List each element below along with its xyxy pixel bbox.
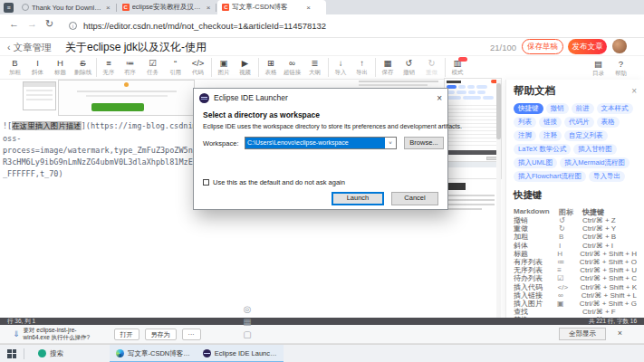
decor xyxy=(445,161,501,167)
markdown-line[interactable]: _FFFFFF,t_70) xyxy=(3,169,195,178)
markdown-line[interactable]: process=image/watermark,type_ZmFuZ3poZW5… xyxy=(3,146,195,155)
toolbar-button[interactable]: ≡ 无序 xyxy=(96,58,119,77)
toolbar-button[interactable]: </> 代码 xyxy=(187,58,209,77)
taskbar-eclipse-app[interactable]: Eclipse IDE Launc… xyxy=(197,345,284,362)
workspace-combobox[interactable]: C:\Users\Lenovo\eclipse-workspace ˅ xyxy=(245,137,397,149)
browse-button[interactable]: Browse... xyxy=(404,137,444,149)
editor-float-icon[interactable]: ▦ xyxy=(241,317,254,327)
search-icon xyxy=(38,349,46,357)
close-icon[interactable]: × xyxy=(437,93,442,103)
shortcut-icon: ↻ xyxy=(559,224,582,233)
download-icon: ⇓ xyxy=(13,329,20,338)
tab-eclipse-download[interactable]: Thank You for Downloading Ecli × xyxy=(17,0,115,14)
help-tag[interactable]: 快捷键 xyxy=(514,103,543,114)
toolbar-button[interactable]: ↺ 撤销 xyxy=(398,58,420,77)
cancel-button[interactable]: Cancel xyxy=(391,192,438,205)
avatar[interactable] xyxy=(612,39,627,53)
forward-icon[interactable]: → xyxy=(27,18,37,29)
help-tag[interactable]: 代码片 xyxy=(564,117,594,128)
toolbar-button[interactable]: ⊞ 表格 xyxy=(258,58,281,77)
help-tag[interactable]: 插入甘特图 xyxy=(573,144,617,155)
editor-float-icon[interactable]: ◎ xyxy=(241,304,254,314)
toolbar-button[interactable]: B 加粗 xyxy=(4,58,26,77)
save-as-button[interactable]: 另存为 xyxy=(145,329,177,340)
taskbar-edge-app[interactable]: 写文章-CSDN博客… xyxy=(110,345,197,362)
markdown-line[interactable]: R3cHM6Ly9ibG9nLmNzZG4ubmV0L3dlaXhpbl81Mz… xyxy=(3,157,195,167)
markdown-line[interactable]: ![在这里插入图片描述](https://img-blog.csdnimg.cn… xyxy=(3,121,195,132)
help-tag[interactable]: 表格 xyxy=(597,117,620,128)
publish-button[interactable]: 发布文章 xyxy=(568,39,607,54)
back-to-articles-link[interactable]: ‹ 文章管理 xyxy=(7,42,51,54)
launch-button[interactable]: Launch xyxy=(332,192,384,205)
tab-csdn-editor[interactable]: C 写文章-CSDN博客 × xyxy=(217,0,326,14)
close-icon[interactable]: × xyxy=(306,4,311,12)
tab-separator xyxy=(116,4,117,12)
toolbar-button[interactable]: ↓ 导入 xyxy=(328,58,351,77)
help-tag[interactable]: 列表 xyxy=(514,117,536,128)
more-options-icon[interactable]: ··· xyxy=(182,329,201,340)
shortcut-keys: Ctrl/⌘ + Shift + U xyxy=(580,266,637,274)
help-tag[interactable]: 导入导出 xyxy=(589,171,625,182)
chevron-down-icon[interactable]: ˅ xyxy=(385,138,396,148)
toolbar-button[interactable]: ↑ 导出 xyxy=(351,58,373,77)
help-tag[interactable]: 撤销 xyxy=(546,103,569,114)
toolbar-button[interactable]: ↻ 重做 xyxy=(420,58,443,77)
toolbar-button[interactable]: ▶ 视频 xyxy=(234,58,256,77)
toolbar-button[interactable]: ≔ 有序 xyxy=(119,58,141,77)
toast-line: win64.exe 执行什么操作? xyxy=(24,334,91,340)
close-icon[interactable]: × xyxy=(106,4,111,12)
site-info-icon[interactable]: i xyxy=(69,22,77,30)
toolbar-button-label: 删除线 xyxy=(74,69,92,77)
back-icon[interactable]: ← xyxy=(9,18,19,29)
checkbox-icon[interactable] xyxy=(203,179,209,186)
shortcut-icon: ☑ xyxy=(557,274,580,282)
show-all-downloads-button[interactable]: 全部显示 xyxy=(559,328,606,340)
help-tag[interactable]: LaTeX 数学公式 xyxy=(514,144,571,155)
toolbar-button[interactable]: ? 帮助 xyxy=(610,59,632,78)
help-tag[interactable]: 插入UML图 xyxy=(514,157,557,168)
toolbar-button[interactable]: ▦ 保存 xyxy=(375,58,398,77)
toolbar-button[interactable]: ▥ 模式 xyxy=(445,58,467,77)
toolbar-button[interactable]: I 斜体 xyxy=(26,58,49,77)
default-workspace-checkbox[interactable]: Use this as the default and do not ask a… xyxy=(203,178,345,186)
tab-actions-icon[interactable]: ≡ xyxy=(4,3,14,13)
url-text[interactable]: https://editor.csdn.net/md/not_checkout=… xyxy=(83,21,326,31)
toolbar-button-icon: ▥ xyxy=(454,58,462,68)
decor xyxy=(458,85,466,89)
markdown-line[interactable]: oss- xyxy=(3,134,195,143)
help-tag[interactable]: 链接 xyxy=(539,117,562,128)
close-icon[interactable]: × xyxy=(207,4,211,12)
dialog-title-bar[interactable]: Eclipse IDE Launcher × xyxy=(194,89,447,107)
help-tag[interactable]: 插入Flowchart流程图 xyxy=(514,171,586,182)
article-title-input[interactable] xyxy=(65,40,409,54)
help-panel-title: 帮助文档 xyxy=(514,84,555,98)
toolbar-button[interactable]: “ 引用 xyxy=(164,58,187,77)
refresh-icon[interactable]: ↻ xyxy=(45,18,53,30)
help-tag[interactable]: 插入Mermaid流程图 xyxy=(560,157,630,168)
close-icon[interactable]: × xyxy=(631,86,637,96)
toolbar-button[interactable]: ▣ 图片 xyxy=(211,58,234,77)
address-bar: ← → ↻ i https://editor.csdn.net/md/not_c… xyxy=(0,14,644,38)
help-tag[interactable]: 文本样式 xyxy=(597,103,633,114)
toolbar-button-label: 大纲 xyxy=(309,69,321,77)
help-tag[interactable]: 注脚 xyxy=(514,130,536,141)
tab-title: eclipse安装教程及汉化-CSDN xyxy=(132,3,203,12)
close-icon[interactable]: × xyxy=(618,329,622,338)
open-button[interactable]: 打开 xyxy=(114,329,139,340)
toolbar-button[interactable]: ☑ 任务 xyxy=(141,58,164,77)
help-tag[interactable]: 注释 xyxy=(539,130,562,141)
help-tag[interactable]: 前进 xyxy=(572,103,594,114)
editor-float-icon[interactable]: ▢ xyxy=(241,329,254,339)
toolbar-button[interactable]: ≣ 大纲 xyxy=(303,58,326,77)
taskbar-search[interactable]: 搜索 xyxy=(32,345,70,362)
toolbar-button[interactable]: ∞ 超链接 xyxy=(281,58,303,77)
toolbar-button[interactable]: S 删除线 xyxy=(72,58,94,77)
toolbar-button-label: 斜体 xyxy=(32,69,43,77)
tab-csdn-article[interactable]: C eclipse安装教程及汉化-CSDN × xyxy=(118,0,216,14)
start-button-icon[interactable] xyxy=(7,349,16,358)
toolbar-button[interactable]: H 标题 xyxy=(49,58,72,77)
help-tag[interactable]: 自定义列表 xyxy=(564,130,608,141)
toolbar-button[interactable]: ▤ 目录 xyxy=(587,59,610,78)
editor-scrollbar-thumb[interactable] xyxy=(496,83,501,139)
save-draft-button[interactable]: 保存草稿 xyxy=(522,39,563,54)
